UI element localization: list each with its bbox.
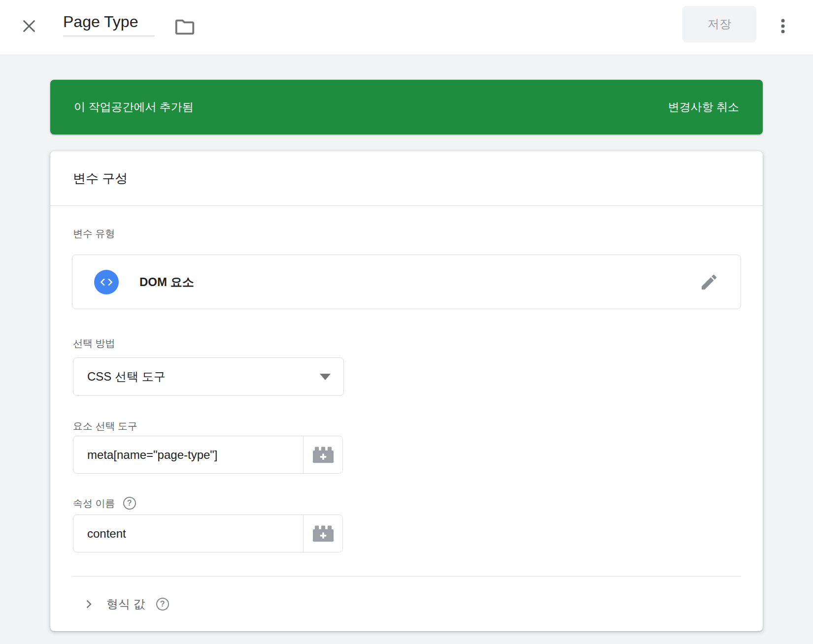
kebab-menu-icon: [773, 16, 793, 36]
selection-method-dropdown[interactable]: CSS 선택 도구: [73, 357, 344, 396]
edit-variable-type-button[interactable]: [699, 272, 719, 292]
dropdown-arrow-icon: [320, 374, 331, 380]
close-button[interactable]: [18, 15, 40, 37]
help-icon[interactable]: ?: [156, 598, 169, 611]
card-header-divider: [50, 205, 763, 206]
variable-name[interactable]: Page Type: [63, 13, 138, 31]
attribute-name-label: 속성 이름: [73, 497, 115, 510]
card-title: 변수 구성: [73, 170, 128, 187]
attribute-name-row: [73, 515, 343, 552]
insert-variable-button[interactable]: [303, 515, 342, 552]
selection-method-label: 선택 방법: [73, 337, 115, 350]
format-value-toggle[interactable]: 형식 값 ?: [72, 591, 169, 617]
discard-changes-button[interactable]: 변경사항 취소: [668, 99, 739, 115]
variable-type-selector[interactable]: DOM 요소: [72, 255, 741, 309]
chevron-right-icon: [82, 597, 96, 611]
edit-pencil-icon: [699, 272, 719, 292]
variable-brick-icon: [311, 446, 335, 464]
workspace-status-banner: 이 작업공간에서 추가됨 변경사항 취소: [50, 80, 763, 134]
close-icon: [19, 16, 39, 36]
element-selector-label: 요소 선택 도구: [73, 419, 137, 432]
attribute-name-label-row: 속성 이름 ?: [73, 497, 136, 510]
attribute-name-input[interactable]: [73, 515, 303, 552]
selection-method-value: CSS 선택 도구: [87, 369, 166, 385]
format-value-label: 형식 값: [106, 596, 145, 612]
variable-name-field[interactable]: Page Type: [63, 12, 155, 36]
variable-config-card: 변수 구성 변수 유형 DOM 요소 선택 방법 CSS 선택 도구 요소 선택…: [50, 151, 763, 631]
variable-type-icon-circle: [94, 270, 119, 294]
variable-type-value: DOM 요소: [139, 274, 194, 290]
insert-variable-button[interactable]: [303, 436, 342, 473]
variable-type-label: 변수 유형: [73, 227, 115, 240]
banner-message: 이 작업공간에서 추가됨: [74, 99, 194, 115]
element-selector-input[interactable]: [73, 436, 303, 473]
format-section-divider: [72, 576, 741, 577]
save-button[interactable]: 저장: [682, 6, 756, 42]
move-to-folder-button[interactable]: [172, 15, 197, 39]
variable-brick-icon: [311, 524, 335, 543]
more-options-button[interactable]: [771, 13, 795, 39]
top-bar: Page Type 저장: [0, 0, 813, 55]
code-icon: [99, 275, 114, 290]
element-selector-row: [73, 436, 343, 474]
gtm-variable-editor: { "header": { "title": "Page Type", "sav…: [0, 0, 813, 644]
folder-icon: [173, 16, 196, 38]
help-icon[interactable]: ?: [123, 497, 136, 510]
